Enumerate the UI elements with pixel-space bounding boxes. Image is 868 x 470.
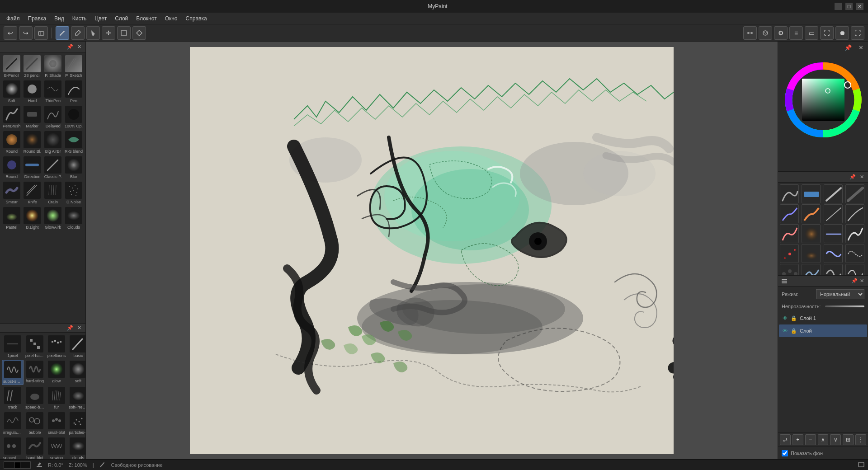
redo-button[interactable]: ↪ xyxy=(19,26,33,40)
brush-item-clouds2[interactable]: clouds xyxy=(68,437,85,459)
brush-item-wet-round[interactable]: Round xyxy=(2,155,22,180)
brush-item-soft-irregular[interactable]: soft-irregular xyxy=(68,386,85,410)
canvas[interactable] xyxy=(190,47,674,454)
connect-button[interactable] xyxy=(743,26,757,40)
layer-more-button[interactable]: ⋮ xyxy=(855,434,866,445)
brush-item-pixeltoons[interactable]: pixeltoons xyxy=(46,334,67,359)
brush-panel-right-pin-icon[interactable]: 📌 xyxy=(849,174,856,181)
brush-item-crain[interactable]: Crain xyxy=(43,181,63,205)
right-brush-18[interactable] xyxy=(802,264,821,275)
brush-item-speed-blot[interactable]: speed-blot xyxy=(24,386,45,410)
brush-item-b-pencil[interactable]: B-Pencil xyxy=(2,54,22,79)
layers-pin-icon[interactable]: 📌 xyxy=(851,277,858,285)
right-brush-11[interactable] xyxy=(824,224,843,243)
color-wheel-svg[interactable] xyxy=(785,61,862,138)
list-button[interactable]: ≡ xyxy=(789,26,803,40)
brush-item-smear[interactable]: Smear xyxy=(2,181,22,205)
right-brush-17[interactable] xyxy=(780,264,799,275)
fullscreen-button[interactable]: ⛶ xyxy=(820,26,834,40)
menu-help[interactable]: Справка xyxy=(182,14,211,23)
brush-item-glow2[interactable]: glow xyxy=(46,360,67,385)
layer-1-eye-icon[interactable]: 👁 xyxy=(782,315,788,321)
right-panel-pin-icon[interactable]: 📌 xyxy=(843,42,854,53)
right-brush-16[interactable] xyxy=(845,244,864,263)
undo-button[interactable]: ↩ xyxy=(4,26,17,40)
brush-item-glowairb[interactable]: GlowAirb xyxy=(43,206,63,230)
flood-fill-button[interactable] xyxy=(86,26,100,40)
brush-item-soft[interactable]: Soft xyxy=(2,80,22,104)
right-brush-5[interactable] xyxy=(780,204,799,223)
rect-button[interactable] xyxy=(117,26,131,40)
layer-opacity-slider[interactable] xyxy=(825,306,864,307)
brush-item-1px[interactable]: 1pixel xyxy=(2,334,24,359)
brush-panel-right-close-icon[interactable]: ✕ xyxy=(858,174,865,181)
brush-item-irregular-ink[interactable]: irregular-ink xyxy=(2,411,24,436)
panel-button[interactable]: ▭ xyxy=(805,26,818,40)
layer-move-up-button[interactable]: ∧ xyxy=(818,434,829,445)
layer-move-down-button[interactable]: ∨ xyxy=(830,434,841,445)
right-brush-14[interactable] xyxy=(802,244,821,263)
menu-window[interactable]: Окно xyxy=(161,14,181,23)
brush-item-particles-s[interactable]: particles-s xyxy=(68,411,85,436)
menu-notebook[interactable]: Блокнот xyxy=(132,14,160,23)
brush-item-paint-round[interactable]: Round xyxy=(2,130,22,155)
brush-item-clouds[interactable]: Clouds xyxy=(64,206,84,230)
right-panel-close-icon[interactable]: ✕ xyxy=(855,42,866,53)
transform-button[interactable] xyxy=(132,26,146,40)
menu-layer[interactable]: Слой xyxy=(111,14,132,23)
menu-view[interactable]: Вид xyxy=(51,14,68,23)
right-brush-19[interactable] xyxy=(824,264,843,275)
layer-add-button[interactable]: + xyxy=(793,434,803,445)
layer-2-lock-icon[interactable]: 🔒 xyxy=(791,328,797,334)
color-display[interactable] xyxy=(4,461,31,469)
layers-close-icon[interactable]: ✕ xyxy=(858,277,865,285)
brush-item-hand-blot[interactable]: hand-blot xyxy=(24,437,45,459)
brush-item-soft2[interactable]: soft xyxy=(68,360,85,385)
right-brush-12[interactable] xyxy=(845,224,864,243)
right-brush-4[interactable] xyxy=(845,184,864,203)
right-brush-7[interactable] xyxy=(824,204,843,223)
brush-item-classic-p[interactable]: Classic P. xyxy=(43,155,63,180)
brush-item-28pencil[interactable]: 28 pencil xyxy=(23,54,42,79)
brush-item-d-noise[interactable]: D.Noise xyxy=(64,181,84,205)
right-brush-10[interactable] xyxy=(802,224,821,243)
right-brush-15[interactable] xyxy=(824,244,843,263)
pick-color-button[interactable] xyxy=(71,26,85,40)
brush-item-pen[interactable]: Pen xyxy=(64,80,84,104)
record-button[interactable]: ⏺ xyxy=(835,26,849,40)
maximize-button[interactable]: □ xyxy=(845,3,853,10)
brush-item-penbrush[interactable]: PenBrush xyxy=(2,105,22,129)
brush-item-blur[interactable]: Blur xyxy=(64,155,84,180)
brush-item-pixel-hand[interactable]: pixel-hand. xyxy=(24,334,45,359)
brush-item-100op[interactable]: 100% Op. xyxy=(64,105,84,129)
brush-tool-button[interactable] xyxy=(56,26,69,40)
layer-remove-button[interactable]: − xyxy=(805,434,816,445)
brush-panel2-pin-icon[interactable]: 📌 xyxy=(66,324,74,331)
layers-list-icon[interactable] xyxy=(781,277,788,285)
brush-item-p-sketch[interactable]: P. Sketch xyxy=(64,54,84,79)
brush-item-wet-dir[interactable]: Direction xyxy=(23,155,42,180)
brush-item-delayed[interactable]: Delayed xyxy=(43,105,63,129)
brush-item-spaced-blot[interactable]: spaced-blot xyxy=(2,437,24,459)
brush-item-subst-sping[interactable]: subst-sping xyxy=(2,360,24,385)
brush-item-hard-sting[interactable]: hard-sting xyxy=(24,360,45,385)
brush-item-bubble[interactable]: bubble xyxy=(24,411,45,436)
brush-item-hard[interactable]: Hard xyxy=(23,80,42,104)
right-brush-2[interactable] xyxy=(802,184,821,203)
right-brush-9[interactable] xyxy=(780,224,799,243)
brush-panel-pin-icon[interactable]: 📌 xyxy=(66,43,74,51)
layer-row-2[interactable]: 👁 🔒 Слой xyxy=(779,324,867,337)
expand-button[interactable]: ⛶ xyxy=(851,26,864,40)
brush-panel-close-icon[interactable]: ✕ xyxy=(75,43,83,51)
layer-row-1[interactable]: 👁 🔒 Слой 1 xyxy=(779,312,867,324)
brush-item-paint-roundbl[interactable]: Round Bl. xyxy=(23,130,42,155)
layer-merge-button[interactable]: ⊞ xyxy=(843,434,854,445)
right-brush-6[interactable] xyxy=(802,204,821,223)
brush-item-bigairb[interactable]: Big AirBr xyxy=(43,130,63,155)
brush-item-knife[interactable]: Knife xyxy=(23,181,42,205)
brush-item-b-light[interactable]: B.Light xyxy=(23,206,42,230)
brush-item-fur[interactable]: fur xyxy=(46,386,67,410)
layer-1-lock-icon[interactable]: 🔒 xyxy=(791,315,797,321)
right-brush-13[interactable] xyxy=(780,244,799,263)
menu-color[interactable]: Цвет xyxy=(91,14,110,23)
